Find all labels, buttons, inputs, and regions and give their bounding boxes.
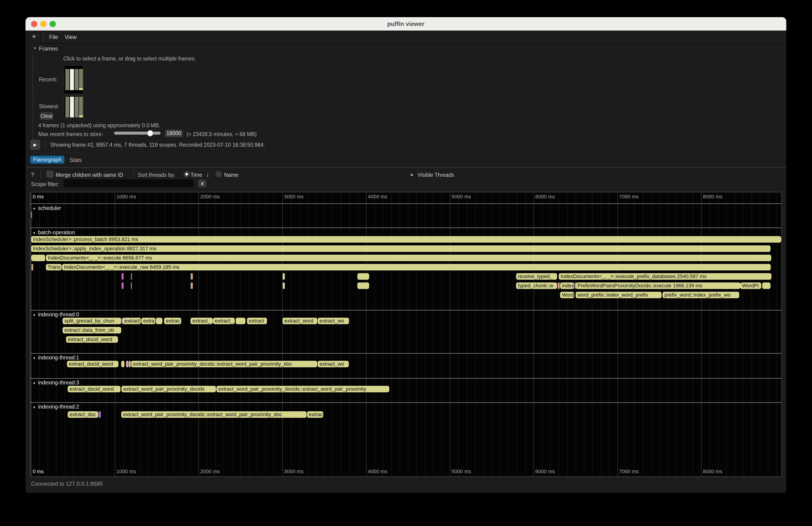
flame-bar[interactable] (283, 273, 285, 280)
flame-bar[interactable]: split_grenad_by_chun (62, 318, 121, 324)
flame-bar[interactable]: extract_wo (318, 361, 349, 367)
scope-filter-clear-button[interactable]: x (198, 179, 206, 187)
frame-stripe[interactable] (66, 69, 69, 90)
sort-by-time-radio[interactable] (184, 171, 190, 177)
grid-line (383, 192, 383, 477)
slowest-frames-thumbnail[interactable] (64, 96, 84, 119)
flame-bar[interactable] (129, 361, 131, 367)
flame-bar[interactable]: IndexDocuments<_, _>::execute 8656.677 m… (46, 255, 771, 261)
theme-toggle-sun-icon[interactable]: ☀ (31, 33, 37, 40)
flame-bar[interactable]: extract_docid_word (67, 361, 118, 367)
recent-frames-thumbnail[interactable] (64, 65, 84, 94)
sort-by-name-radio[interactable] (216, 171, 222, 177)
flame-bar[interactable] (357, 282, 369, 289)
frames-section-title[interactable]: Frames (39, 45, 58, 52)
menu-file[interactable]: File (49, 34, 58, 40)
flamegraph-canvas[interactable]: 0 ms0 ms1000 ms1000 ms2000 ms2000 ms3000… (30, 192, 782, 477)
flame-bar[interactable] (131, 273, 132, 280)
flame-bar[interactable] (283, 282, 285, 289)
flame-bar[interactable] (558, 282, 560, 289)
flame-bar[interactable]: extract::data_from_ob (62, 327, 121, 334)
flame-bar[interactable]: IndexScheduler>::apply_index_operation 8… (31, 245, 770, 252)
flame-bar[interactable]: extract (122, 318, 141, 324)
max-frames-slider-knob[interactable] (147, 130, 154, 136)
flame-bar[interactable]: extract_word_pair_proximity_docids::extr… (216, 386, 389, 392)
flame-bar[interactable]: extract_docid_word (68, 386, 120, 392)
flame-bar[interactable]: IndexDocuments<_, _>::execute_raw 8459.1… (62, 264, 771, 271)
thread-header-batch-operation[interactable]: ▼batch-operation (32, 230, 75, 236)
frame-stripe[interactable] (66, 97, 69, 117)
merge-children-label[interactable]: Merge children with same ID (56, 172, 123, 178)
frames-usage-text: 4 frames (1 unpacked) using approximatel… (38, 122, 160, 129)
visible-threads-collapse-icon[interactable]: ▶ (411, 173, 414, 177)
flame-bar[interactable]: extract_ (190, 318, 213, 324)
flame-bar[interactable]: extra (141, 318, 156, 324)
sort-by-name-label[interactable]: Name (224, 172, 238, 178)
flame-bar[interactable]: Trans (46, 264, 62, 271)
flame-bar[interactable]: extrac (164, 318, 181, 324)
tab-stats[interactable]: Stats (70, 157, 82, 163)
flame-bar[interactable]: extract_word_pair_proximity_docids (121, 386, 216, 392)
sort-by-time-label[interactable]: Time (190, 172, 202, 178)
flame-bar[interactable]: IndexScheduler>::process_batch 8953.821 … (31, 236, 781, 243)
flame-bar[interactable]: extract_ (213, 318, 235, 324)
flame-bar[interactable]: PrefixWordPairsProximityDocids::execute … (576, 282, 740, 289)
flame-bar[interactable] (126, 361, 129, 367)
flame-bar[interactable]: extract_word (282, 318, 317, 324)
flame-bar[interactable]: extract_wo (318, 318, 349, 324)
flame-bar[interactable]: Word (560, 292, 574, 298)
flame-bar[interactable] (357, 273, 369, 280)
flame-bar[interactable] (191, 273, 193, 280)
flame-bar[interactable]: extrac (307, 411, 323, 418)
frames-collapse-icon[interactable]: ▼ (33, 46, 37, 50)
flame-bar[interactable]: extract_word_pair_proximity_docids::extr… (131, 361, 317, 367)
frame-stripe[interactable] (75, 69, 78, 90)
visible-threads-label[interactable]: Visible Threads (418, 172, 454, 178)
menu-view[interactable]: View (65, 34, 77, 40)
flame-bar[interactable] (156, 318, 163, 324)
flame-bar-label: receive_typed_ (516, 274, 552, 279)
flame-bar[interactable]: extract_word_pair_proximity_docids::extr… (121, 411, 307, 418)
thread-header-indexing-thread:2[interactable]: ▼indexing-thread:2 (32, 404, 79, 410)
scope-filter-input[interactable] (64, 179, 193, 187)
frame-stripe[interactable] (79, 97, 83, 117)
flame-bar[interactable]: WordPr (740, 282, 761, 289)
thread-header-indexing-thread:3[interactable]: ▼indexing-thread:3 (32, 380, 79, 386)
tab-flamegraph[interactable]: Flamegraph (30, 156, 64, 164)
flame-bar[interactable]: extract_docid_word (66, 336, 118, 343)
flame-bar[interactable]: word_prefix::index_word_prefix (576, 292, 662, 298)
flame-bar[interactable] (31, 264, 33, 271)
help-button[interactable]: ? (31, 172, 34, 178)
flame-bar[interactable] (762, 282, 770, 289)
max-frames-value[interactable]: 18000 (165, 130, 183, 137)
flame-bar[interactable] (236, 318, 245, 324)
frame-stripe-selected[interactable] (70, 69, 74, 90)
flame-bar[interactable]: extract_doc (68, 411, 98, 418)
frame-stripe[interactable] (75, 97, 78, 117)
flame-bar[interactable] (99, 411, 101, 418)
sort-direction-down-icon[interactable]: ↓ (206, 171, 209, 178)
play-button[interactable]: ▶ (30, 140, 40, 150)
thread-header-scheduler[interactable]: ▼scheduler (32, 205, 61, 211)
flame-bar[interactable]: receive_typed_ (516, 273, 557, 280)
flame-bar[interactable] (191, 282, 193, 289)
flame-bar[interactable]: IndexDocuments<_, _>::execute_prefix_dat… (559, 273, 771, 280)
flame-bar[interactable]: index (560, 282, 574, 289)
frame-stripe[interactable] (79, 69, 83, 90)
flame-bar[interactable] (131, 282, 132, 289)
grid-line (81, 192, 82, 477)
flame-bar[interactable] (122, 273, 124, 280)
merge-children-checkbox[interactable] (46, 171, 54, 178)
flame-bar[interactable] (122, 282, 124, 289)
frame-stripe-selected[interactable] (70, 97, 74, 117)
max-frames-slider[interactable] (114, 132, 161, 135)
clear-button[interactable]: Clear (40, 112, 53, 120)
flame-bar[interactable]: extract (247, 318, 267, 324)
thread-header-indexing-thread:1[interactable]: ▼indexing-thread:1 (32, 354, 79, 361)
flame-bar[interactable]: typed_chunk::w (516, 282, 557, 289)
flame-bar[interactable] (31, 211, 32, 218)
thread-header-indexing-thread:0[interactable]: ▼indexing-thread:0 (32, 311, 79, 318)
flame-bar[interactable]: prefix_word::index_prefix_wo (663, 292, 739, 298)
flame-bar[interactable] (121, 361, 125, 367)
flame-bar[interactable] (31, 255, 45, 261)
